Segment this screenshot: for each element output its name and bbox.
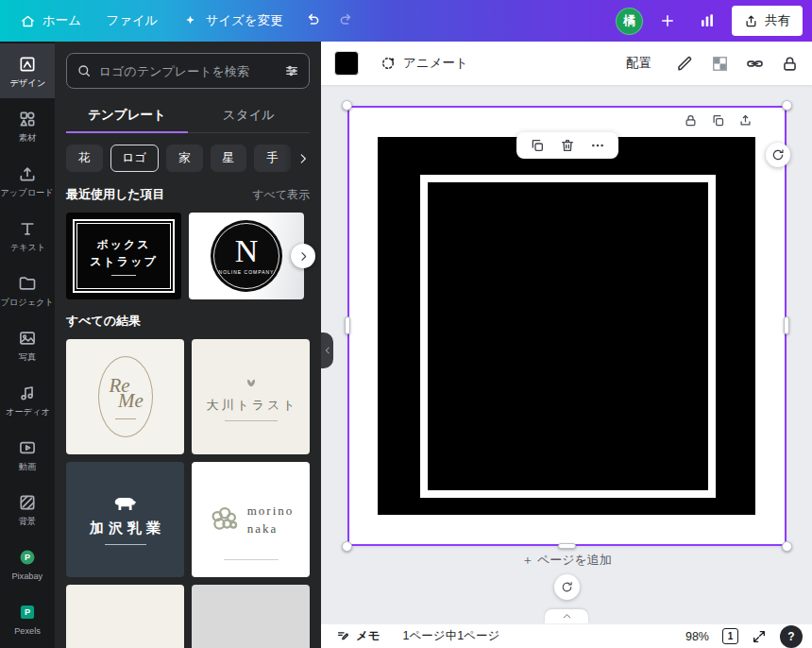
trash-icon[interactable] <box>560 138 575 153</box>
sidebar-item-label: プロジェクト <box>1 298 54 306</box>
chip-logo[interactable]: ロゴ <box>110 145 160 172</box>
pen-tool-icon[interactable] <box>676 55 694 73</box>
template-morino-naka[interactable]: morino naka <box>192 462 310 577</box>
resize-handle-left[interactable] <box>345 316 350 334</box>
sidebar-item-pexels[interactable]: P Pexels <box>0 591 55 646</box>
canva-editor: { "topbar": { "home": "ホーム", "file": "ファ… <box>0 0 812 648</box>
position-button[interactable]: 配置 <box>618 49 659 77</box>
thumb-subtext-line <box>224 559 279 560</box>
help-button[interactable]: ? <box>780 625 803 648</box>
refresh-button[interactable] <box>554 574 580 600</box>
results-title: すべての結果 <box>66 313 141 330</box>
page-wrapper <box>347 106 787 546</box>
chip-flower[interactable]: 花 <box>66 145 103 172</box>
recent-title: 最近使用した項目 <box>66 186 165 203</box>
chip-house[interactable]: 家 <box>166 145 203 172</box>
template-partial-right[interactable] <box>192 585 310 648</box>
lock-icon[interactable] <box>781 55 799 73</box>
export-page-icon[interactable] <box>738 113 753 128</box>
resize-button[interactable]: サイズを変更 <box>172 6 293 36</box>
resize-handle-top-right[interactable] <box>782 100 792 111</box>
upload-icon <box>18 164 37 183</box>
template-reme[interactable]: Re Me <box>66 339 184 454</box>
template-kazawa-dairy[interactable]: 加沢乳業 <box>66 462 184 577</box>
fullscreen-icon[interactable] <box>752 629 767 644</box>
chip-star[interactable]: 星 <box>211 145 247 172</box>
filter-icon[interactable] <box>284 63 299 78</box>
sidebar-item-label: テキスト <box>9 243 45 251</box>
template-noline[interactable]: N NOLINE COMPANY <box>189 213 304 299</box>
template-okawa-trust[interactable]: 大川トラスト <box>192 339 310 454</box>
link-icon[interactable] <box>746 55 764 73</box>
home-button[interactable]: ホーム <box>9 6 92 36</box>
grid-view-button[interactable]: 1 <box>722 628 738 644</box>
sidebar-rail: デザイン 素材 アップロード テキスト プロジェクト 写真 オーディオ 動画 背… <box>0 42 55 648</box>
rotate-handle[interactable] <box>766 143 790 167</box>
home-label: ホーム <box>42 12 81 29</box>
resize-handle-bottom-right[interactable] <box>782 541 792 552</box>
laurel-icon <box>243 373 260 390</box>
chips-scroll-right[interactable] <box>283 145 310 173</box>
transparency-icon[interactable] <box>711 55 729 73</box>
duplicate-icon[interactable] <box>530 138 545 153</box>
sidebar-item-videos[interactable]: 動画 <box>0 427 55 482</box>
lock-page-icon[interactable] <box>684 113 698 128</box>
resize-handle-bottom-left[interactable] <box>342 541 352 552</box>
notes-label: メモ <box>356 628 381 644</box>
invite-member-button[interactable] <box>652 7 683 35</box>
sidebar-item-pixabay[interactable]: P Pixabay <box>0 537 55 591</box>
color-swatch-black[interactable] <box>334 51 359 76</box>
zoom-level[interactable]: 98% <box>685 630 709 643</box>
sidebar-item-uploads[interactable]: アップロード <box>0 153 55 208</box>
resize-label: サイズを変更 <box>205 12 282 29</box>
duplicate-page-icon[interactable] <box>711 113 725 128</box>
tab-styles[interactable]: スタイル <box>188 98 310 132</box>
insights-button[interactable] <box>692 7 722 35</box>
avatar[interactable]: 橘 <box>616 8 643 35</box>
design-icon <box>18 55 37 74</box>
sidebar-item-elements[interactable]: 素材 <box>0 98 55 153</box>
results-grid: Re Me 大川トラスト 加沢乳業 morino naka <box>66 339 310 648</box>
canvas-page[interactable] <box>347 106 787 546</box>
template-title-line: morino <box>247 502 295 520</box>
canvas-area: ＋ ページを追加 <box>321 85 812 623</box>
logo-background-element[interactable] <box>378 137 755 515</box>
panel-collapse-handle[interactable] <box>321 333 333 368</box>
svg-text:P: P <box>25 607 30 617</box>
statusbar-right: 98% 1 ? <box>685 625 803 648</box>
sidebar-item-projects[interactable]: プロジェクト <box>0 263 55 317</box>
video-icon <box>18 438 37 457</box>
animate-icon <box>380 55 397 72</box>
recent-templates-row: ボックス ストラップ N NOLINE COMPANY <box>66 213 310 299</box>
thumb-subtext-line <box>115 418 136 419</box>
sidebar-item-text[interactable]: テキスト <box>0 208 55 263</box>
recent-section-header: 最近使用した項目 すべて表示 <box>66 186 310 203</box>
notes-button[interactable]: メモ <box>330 628 386 644</box>
resize-handle-top-left[interactable] <box>342 100 352 111</box>
sidebar-item-photos[interactable]: 写真 <box>0 317 55 372</box>
resize-handle-bottom[interactable] <box>558 543 576 549</box>
template-partial-left[interactable] <box>66 585 184 648</box>
animate-label: アニメート <box>403 55 468 72</box>
bottom-bar-collapse-button[interactable] <box>545 609 588 623</box>
resize-handle-right[interactable] <box>784 316 789 334</box>
logo-frame-element[interactable] <box>420 175 716 498</box>
template-box-strap[interactable]: ボックス ストラップ <box>66 213 181 299</box>
undo-button[interactable] <box>297 7 328 35</box>
share-button[interactable]: 共有 <box>732 6 803 36</box>
sidebar-item-background[interactable]: 背景 <box>0 482 55 537</box>
topbar-right: 橘 共有 <box>616 6 803 36</box>
more-options-icon[interactable] <box>590 138 605 153</box>
redo-button[interactable] <box>331 7 362 35</box>
sidebar-item-design[interactable]: デザイン <box>0 43 55 98</box>
add-page-button[interactable]: ＋ ページを追加 <box>321 552 812 569</box>
sidebar-item-audio[interactable]: オーディオ <box>0 372 55 427</box>
animate-button[interactable]: アニメート <box>372 49 476 77</box>
status-bar: メモ 1ページ中1ページ 98% 1 ? <box>321 623 812 648</box>
search-input[interactable] <box>99 64 277 78</box>
logo-initial: N <box>235 237 259 266</box>
tab-templates[interactable]: テンプレート <box>66 98 188 132</box>
file-menu[interactable]: ファイル <box>95 6 168 36</box>
see-all-link[interactable]: すべて表示 <box>252 187 310 203</box>
recent-next-button[interactable] <box>291 244 315 268</box>
